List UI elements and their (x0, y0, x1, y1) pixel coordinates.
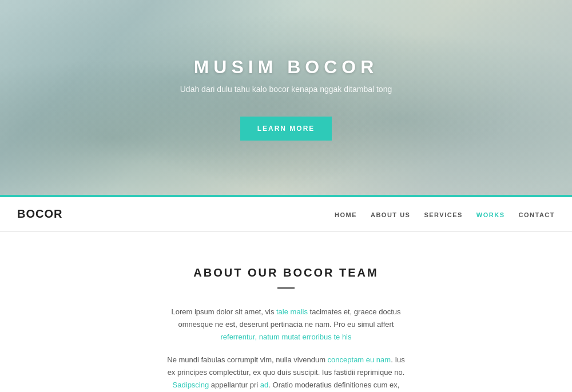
about-link-sadipscing[interactable]: Sadipscing (173, 381, 209, 389)
hero-section: MUSIM BOCOR Udah dari dulu tahu kalo boc… (0, 0, 572, 197)
about-link-ad[interactable]: ad (260, 381, 268, 389)
learn-more-button[interactable]: LEARN MORE (240, 117, 332, 141)
nav-link-contact[interactable]: CONTACT (519, 211, 555, 218)
nav-item-about[interactable]: ABOUT US (371, 209, 410, 219)
about-link-referrentur[interactable]: referrentur, natum mutat erroribus te hi… (220, 333, 351, 341)
about-link-conceptam[interactable]: conceptam eu nam (328, 355, 391, 364)
nav-item-services[interactable]: SERVICES (424, 209, 462, 219)
nav-item-works[interactable]: WORKS (476, 209, 505, 219)
hero-content: MUSIM BOCOR Udah dari dulu tahu kalo boc… (180, 57, 392, 141)
about-divider (277, 287, 295, 289)
nav-link-home[interactable]: HOME (335, 211, 357, 218)
nav-link-services[interactable]: SERVICES (424, 211, 462, 218)
nav-link-works[interactable]: WORKS (476, 211, 505, 218)
nav-item-home[interactable]: HOME (335, 209, 357, 219)
hero-bottom-bar (0, 195, 572, 197)
navbar-nav: HOME ABOUT US SERVICES WORKS CONTACT (335, 209, 555, 219)
about-paragraph-2: Ne mundi fabulas corrumpit vim, nulla vi… (166, 354, 406, 392)
hero-title: MUSIM BOCOR (180, 57, 392, 78)
nav-item-contact[interactable]: CONTACT (519, 209, 555, 219)
about-section: ABOUT OUR BOCOR TEAM Lorem ipsum dolor s… (0, 232, 572, 392)
about-title: ABOUT OUR BOCOR TEAM (11, 266, 561, 279)
about-link-tale[interactable]: tale malis (276, 307, 308, 316)
about-paragraph-1: Lorem ipsum dolor sit amet, vis tale mal… (166, 306, 406, 343)
navbar-brand[interactable]: BOCOR (17, 207, 62, 221)
nav-link-about[interactable]: ABOUT US (371, 211, 410, 218)
hero-subtitle: Udah dari dulu tahu kalo bocor kenapa ng… (180, 85, 392, 94)
navbar: BOCOR HOME ABOUT US SERVICES WORKS CONTA… (0, 197, 572, 231)
